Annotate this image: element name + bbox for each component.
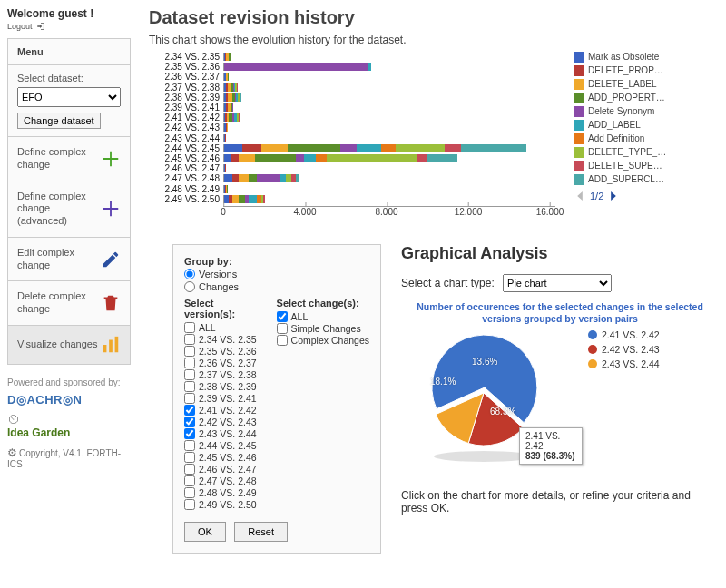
bar-segment[interactable]: [445, 144, 461, 152]
bar-segment[interactable]: [427, 154, 457, 162]
version-option[interactable]: 2.47 VS. 2.48: [184, 475, 260, 486]
sidebar-item[interactable]: Delete complex change: [8, 280, 130, 325]
sidebar-item[interactable]: Define complex change (advanced): [8, 181, 130, 237]
bar-segment[interactable]: [228, 73, 229, 81]
bar-row[interactable]: 2.43 VS. 2.44: [149, 133, 555, 143]
radio-versions[interactable]: Versions: [184, 269, 369, 279]
legend-item[interactable]: DELETE_SUPE…: [574, 159, 713, 172]
bar-segment[interactable]: [257, 174, 280, 182]
bar-segment[interactable]: [232, 195, 239, 203]
bar-segment[interactable]: [263, 195, 265, 203]
bar-segment[interactable]: [288, 144, 341, 152]
legend-item[interactable]: DELETE_TYPE_…: [574, 145, 713, 159]
version-option[interactable]: 2.37 VS. 2.38: [184, 369, 260, 380]
bar-segment[interactable]: [240, 93, 241, 102]
bar-segment[interactable]: [296, 154, 304, 162]
changes-all[interactable]: ALL: [277, 311, 369, 322]
legend-item[interactable]: Add Definition: [574, 132, 713, 145]
version-option[interactable]: 2.43 VS. 2.44: [184, 428, 260, 439]
bar-row[interactable]: 2.49 VS. 2.50: [149, 194, 555, 204]
bar-segment[interactable]: [227, 185, 228, 193]
pie-legend-item[interactable]: 2.43 VS. 2.44: [588, 358, 660, 369]
history-bar-chart[interactable]: 2.34 VS. 2.352.35 VS. 2.362.36 VS. 2.372…: [149, 52, 555, 230]
bar-segment[interactable]: [239, 154, 255, 162]
radio-changes[interactable]: Changes: [184, 281, 369, 292]
bar-segment[interactable]: [249, 174, 257, 182]
versions-all[interactable]: ALL: [184, 322, 260, 333]
version-option[interactable]: 2.39 VS. 2.41: [184, 393, 260, 404]
version-option[interactable]: 2.48 VS. 2.49: [184, 487, 260, 498]
version-option[interactable]: 2.34 VS. 2.35: [184, 334, 260, 345]
pie-chart[interactable]: 13.6% 18.1% 68.3% 2.41 VS. 2.42 839 (68.…: [401, 329, 583, 466]
version-option[interactable]: 2.44 VS. 2.45: [184, 440, 260, 451]
bar-row[interactable]: 2.36 VS. 2.37: [149, 72, 555, 82]
version-option[interactable]: 2.41 VS. 2.42: [184, 405, 260, 416]
bar-segment[interactable]: [286, 174, 292, 182]
version-option[interactable]: 2.42 VS. 2.43: [184, 416, 260, 427]
version-option[interactable]: 2.49 VS. 2.50: [184, 499, 260, 510]
bar-segment[interactable]: [224, 154, 231, 162]
bar-segment[interactable]: [249, 195, 257, 203]
bar-row[interactable]: 2.38 VS. 2.39: [149, 93, 555, 103]
bar-segment[interactable]: [461, 144, 526, 152]
change-dataset-button[interactable]: Change dataset: [17, 113, 101, 129]
version-option[interactable]: 2.38 VS. 2.39: [184, 381, 260, 392]
pie-legend-item[interactable]: 2.41 VS. 2.42: [588, 329, 660, 340]
version-option[interactable]: 2.46 VS. 2.47: [184, 464, 260, 475]
pager-next-icon[interactable]: [607, 190, 620, 202]
bar-row[interactable]: 2.41 VS. 2.42: [149, 113, 555, 122]
ok-button[interactable]: OK: [184, 522, 226, 542]
bar-row[interactable]: 2.37 VS. 2.38: [149, 83, 555, 93]
bar-segment[interactable]: [368, 63, 372, 71]
chart-type-select[interactable]: Pie chart: [503, 274, 612, 292]
sidebar-item[interactable]: Visualize changes: [8, 325, 130, 364]
bar-segment[interactable]: [232, 174, 239, 182]
bar-row[interactable]: 2.45 VS. 2.46: [149, 153, 555, 163]
bar-segment[interactable]: [316, 154, 326, 162]
bar-segment[interactable]: [231, 154, 239, 162]
bar-segment[interactable]: [227, 123, 228, 132]
bar-row[interactable]: 2.39 VS. 2.41: [149, 103, 555, 113]
pie-legend-item[interactable]: 2.42 VS. 2.43: [588, 344, 660, 355]
bar-row[interactable]: 2.34 VS. 2.35: [149, 52, 555, 62]
bar-segment[interactable]: [239, 113, 240, 122]
legend-item[interactable]: Mark as Obsolete: [574, 50, 713, 64]
pager-prev-icon[interactable]: [574, 190, 586, 202]
bar-segment[interactable]: [357, 144, 381, 152]
legend-item[interactable]: ADD_PROPERT…: [574, 91, 713, 104]
bar-segment[interactable]: [255, 154, 296, 162]
bar-row[interactable]: 2.35 VS. 2.36: [149, 62, 555, 72]
bar-row[interactable]: 2.42 VS. 2.43: [149, 122, 555, 132]
version-option[interactable]: 2.36 VS. 2.37: [184, 358, 260, 368]
sidebar-item[interactable]: Edit complex change: [8, 237, 130, 281]
bar-segment[interactable]: [304, 154, 317, 162]
bar-segment[interactable]: [224, 174, 232, 182]
bar-segment[interactable]: [340, 144, 357, 152]
legend-item[interactable]: Delete Synonym: [574, 104, 713, 118]
bar-segment[interactable]: [417, 154, 427, 162]
bar-segment[interactable]: [396, 144, 445, 152]
bar-segment[interactable]: [237, 83, 238, 92]
bar-segment[interactable]: [261, 144, 288, 152]
version-option[interactable]: 2.45 VS. 2.46: [184, 452, 260, 463]
bar-segment[interactable]: [242, 144, 260, 152]
legend-item[interactable]: DELETE_LABEL: [574, 77, 713, 91]
dataset-select[interactable]: EFO: [17, 87, 121, 107]
bar-segment[interactable]: [231, 53, 231, 61]
bar-segment[interactable]: [280, 174, 286, 182]
bar-segment[interactable]: [381, 144, 396, 152]
bar-row[interactable]: 2.47 VS. 2.48: [149, 173, 555, 183]
change-option[interactable]: Simple Changes: [277, 323, 369, 334]
bar-row[interactable]: 2.48 VS. 2.49: [149, 183, 555, 193]
bar-segment[interactable]: [296, 174, 300, 182]
bar-segment[interactable]: [224, 144, 242, 152]
bar-row[interactable]: 2.44 VS. 2.45: [149, 143, 555, 153]
bar-segment[interactable]: [225, 164, 226, 172]
bar-segment[interactable]: [224, 63, 368, 71]
reset-button[interactable]: Reset: [234, 522, 288, 542]
sidebar-item[interactable]: Define complex change: [8, 136, 130, 181]
bar-row[interactable]: 2.46 VS. 2.47: [149, 163, 555, 173]
logout-link[interactable]: Logout: [7, 22, 131, 31]
legend-pager[interactable]: 1/2: [574, 190, 713, 202]
legend-item[interactable]: ADD_SUPERCL…: [574, 172, 713, 186]
